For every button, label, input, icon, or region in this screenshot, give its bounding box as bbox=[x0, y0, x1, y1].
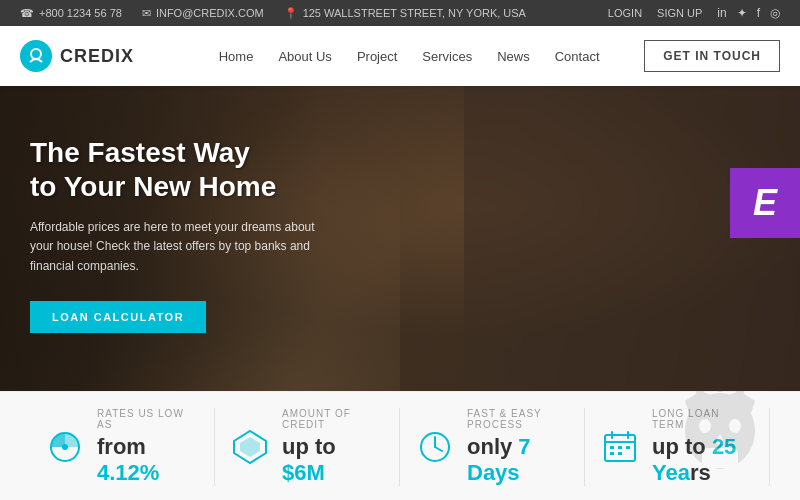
stat-term-value: up to 25 Years bbox=[652, 434, 754, 486]
stat-rates: RATES US LOW AS from 4.12% bbox=[30, 408, 215, 486]
term-icon bbox=[600, 427, 640, 467]
stat-rates-value: from 4.12% bbox=[97, 434, 199, 486]
nav-links: Home About Us Project Services News Cont… bbox=[174, 49, 644, 64]
email-info: ✉ INFO@CREDIX.COM bbox=[142, 7, 264, 20]
logo-icon bbox=[20, 40, 52, 72]
elementor-badge: E bbox=[730, 168, 800, 238]
logo-text: CREDIX bbox=[60, 46, 134, 67]
svg-rect-15 bbox=[610, 452, 614, 455]
hero-title: The Fastest Way to Your New Home bbox=[30, 136, 390, 203]
stats-bar: RATES US LOW AS from 4.12% AMOUNT OF CRE… bbox=[0, 391, 800, 500]
svg-rect-14 bbox=[626, 446, 630, 449]
logo: CREDIX bbox=[20, 40, 134, 72]
nav-contact[interactable]: Contact bbox=[555, 49, 600, 64]
twitter-icon[interactable]: ✦ bbox=[737, 6, 747, 20]
svg-rect-16 bbox=[618, 452, 622, 455]
svg-line-7 bbox=[435, 447, 442, 451]
location-icon: 📍 bbox=[284, 7, 298, 20]
nav-services[interactable]: Services bbox=[422, 49, 472, 64]
nav-about[interactable]: About Us bbox=[278, 49, 331, 64]
top-bar-right: LOGIN SIGN UP in ✦ f ◎ bbox=[608, 6, 780, 20]
hero-title-line2: to Your New Home bbox=[30, 171, 276, 202]
stat-term-text: LONG LOAN TERM up to 25 Years bbox=[652, 408, 754, 486]
address-text: 125 WALLSTREET STREET, NY YORK, USA bbox=[303, 7, 526, 19]
stat-process-text: FAST & EASY PROCESS only 7 Days bbox=[467, 408, 569, 486]
facebook-icon[interactable]: f bbox=[757, 6, 760, 20]
credit-icon bbox=[230, 427, 270, 467]
linkedin-icon[interactable]: in bbox=[717, 6, 726, 20]
email-address: INFO@CREDIX.COM bbox=[156, 7, 264, 19]
nav-project[interactable]: Project bbox=[357, 49, 397, 64]
stat-process: FAST & EASY PROCESS only 7 Days bbox=[400, 408, 585, 486]
main-nav: CREDIX Home About Us Project Services Ne… bbox=[0, 26, 800, 86]
svg-point-0 bbox=[31, 49, 41, 59]
nav-news[interactable]: News bbox=[497, 49, 530, 64]
stat-credit-value: up to $6M bbox=[282, 434, 384, 486]
svg-marker-4 bbox=[240, 437, 260, 457]
stat-process-value: only 7 Days bbox=[467, 434, 569, 486]
address-info: 📍 125 WALLSTREET STREET, NY YORK, USA bbox=[284, 7, 526, 20]
process-icon bbox=[415, 427, 455, 467]
rates-icon bbox=[45, 427, 85, 467]
stat-rates-label: RATES US LOW AS bbox=[97, 408, 199, 430]
stat-term-label: LONG LOAN TERM bbox=[652, 408, 754, 430]
get-in-touch-button[interactable]: GET IN TOUCH bbox=[644, 40, 780, 72]
loan-calculator-button[interactable]: LOAN CALCULATOR bbox=[30, 301, 206, 333]
hero-right-panel bbox=[464, 86, 800, 391]
stat-credit-label: AMOUNT OF CREDIT bbox=[282, 408, 384, 430]
instagram-icon[interactable]: ◎ bbox=[770, 6, 780, 20]
nav-home[interactable]: Home bbox=[219, 49, 254, 64]
top-bar: ☎ +800 1234 56 78 ✉ INFO@CREDIX.COM 📍 12… bbox=[0, 0, 800, 26]
stat-term: LONG LOAN TERM up to 25 Years bbox=[585, 408, 770, 486]
social-icons: in ✦ f ◎ bbox=[717, 6, 780, 20]
hero-title-line1: The Fastest Way bbox=[30, 137, 250, 168]
hero-subtitle: Affordable prices are here to meet your … bbox=[30, 218, 330, 276]
signup-link[interactable]: SIGN UP bbox=[657, 7, 702, 19]
hero-content: The Fastest Way to Your New Home Afforda… bbox=[0, 86, 420, 363]
phone-number: +800 1234 56 78 bbox=[39, 7, 122, 19]
hero-section: The Fastest Way to Your New Home Afforda… bbox=[0, 86, 800, 391]
elementor-icon: E bbox=[753, 182, 777, 224]
email-icon: ✉ bbox=[142, 7, 151, 20]
stat-credit-text: AMOUNT OF CREDIT up to $6M bbox=[282, 408, 384, 486]
login-link[interactable]: LOGIN bbox=[608, 7, 642, 19]
stat-credit: AMOUNT OF CREDIT up to $6M bbox=[215, 408, 400, 486]
svg-point-2 bbox=[62, 444, 68, 450]
svg-rect-13 bbox=[618, 446, 622, 449]
stat-process-label: FAST & EASY PROCESS bbox=[467, 408, 569, 430]
phone-icon: ☎ bbox=[20, 7, 34, 20]
stat-rates-text: RATES US LOW AS from 4.12% bbox=[97, 408, 199, 486]
phone-info: ☎ +800 1234 56 78 bbox=[20, 7, 122, 20]
svg-rect-12 bbox=[610, 446, 614, 449]
